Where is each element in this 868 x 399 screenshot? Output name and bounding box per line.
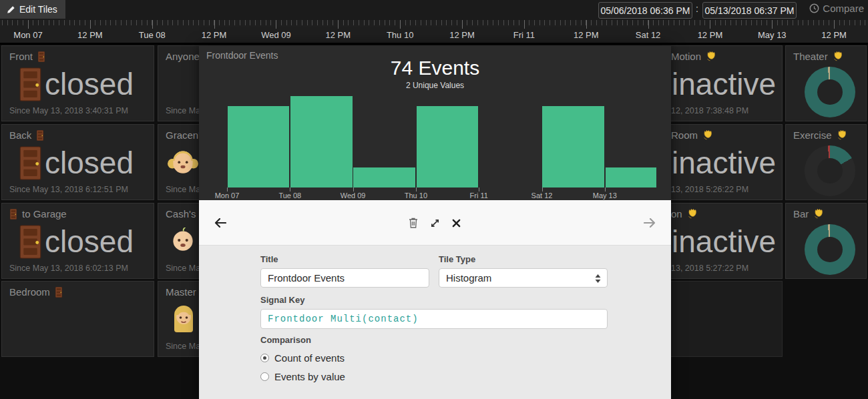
top-bar: Edit Tiles 05/06/2018 06:36 PM : 05/13/2… — [0, 0, 868, 20]
ruler-major-tick — [338, 20, 339, 29]
pencil-icon — [7, 5, 15, 14]
expand-icon-button[interactable] — [428, 216, 441, 230]
tile-since: Since May 13, 2018 3:40:31 PM — [9, 106, 128, 115]
tile-title: Front — [9, 51, 33, 62]
radio-count-label: Count of events — [274, 352, 345, 364]
histogram-bar — [228, 106, 290, 187]
comparison-label: Comparison — [260, 335, 311, 345]
radio-count-of-events[interactable]: Count of events — [260, 352, 345, 364]
compare-button[interactable]: Compare — [809, 3, 864, 14]
tile-edit-form: Title Tile Type Histogram Signal Key Com… — [199, 246, 671, 399]
histogram-axis-label: Thu 10 — [405, 191, 427, 200]
radio-events-by-value[interactable]: Events by value — [260, 371, 345, 382]
tile-title: Bedroom — [9, 286, 50, 298]
tile-value: inactive — [672, 143, 776, 182]
trash-icon-button[interactable] — [407, 216, 420, 230]
tile-garage-door[interactable]: to Garage closed Since May 13, 2018 6:02… — [1, 203, 154, 279]
ruler-label: 12 PM — [698, 30, 723, 40]
wave-icon — [687, 208, 698, 220]
tile-since: 13, 2018 5:27:22 PM — [671, 264, 748, 273]
select-spinner-icon — [595, 274, 601, 283]
dashboard-screen: Edit Tiles 05/06/2018 06:36 PM : 05/13/2… — [0, 0, 868, 399]
ruler-major-tick — [276, 20, 276, 29]
clock-icon — [809, 3, 819, 13]
ruler-major-tick — [214, 20, 215, 29]
events-count: 74 Events — [199, 57, 671, 79]
tile-title: Theater — [793, 51, 828, 62]
ruler-label: 12 PM — [449, 30, 475, 40]
ruler-label: 12 PM — [574, 30, 599, 40]
ruler-major-tick — [400, 20, 401, 29]
title-label: Title — [260, 254, 278, 264]
tile-title: Exercise — [793, 129, 832, 141]
tile-bar-motion[interactable]: Bar — [785, 203, 867, 279]
tile-type-label: Tile Type — [439, 254, 475, 264]
tile-title: Back — [9, 129, 31, 141]
forward-arrow-button[interactable] — [643, 216, 656, 230]
door-icon — [36, 130, 44, 141]
ruler-label: Wed 09 — [261, 30, 291, 40]
tile-type-select[interactable]: Histogram — [439, 268, 608, 288]
tile-since: Since May 13, 2018 6:12:51 PM — [9, 185, 128, 194]
date-range-separator: : — [696, 3, 698, 14]
ruler-major-tick — [834, 20, 835, 29]
tile-back-door[interactable]: Back closed Since May 13, 2018 6:12:51 P… — [1, 124, 154, 200]
edit-tiles-button[interactable]: Edit Tiles — [0, 0, 65, 19]
radio-selected-icon[interactable] — [260, 354, 269, 362]
histogram-bar — [606, 167, 656, 187]
ruler-major-tick — [710, 20, 710, 29]
bar-donut-chart — [805, 224, 855, 275]
tile-front-door[interactable]: Front closed Since May 13, 2018 3:40:31 … — [1, 45, 154, 121]
tile-exercise-motion[interactable]: Exercise — [785, 124, 867, 200]
histogram-axis-label: Wed 09 — [341, 191, 366, 200]
ruler-major-tick — [28, 20, 29, 29]
wave-icon — [702, 129, 714, 141]
histogram-panel: Frontdoor Events 74 Events 2 Unique Valu… — [199, 45, 671, 200]
events-unique-values: 2 Unique Values — [199, 81, 671, 90]
histogram-bar — [353, 167, 415, 187]
baby-icon — [168, 224, 198, 254]
ruler-label: Sat 12 — [636, 30, 661, 40]
tile-title: to Garage — [22, 208, 67, 220]
ruler-major-tick — [586, 20, 587, 29]
signal-key-label: Signal Key — [260, 295, 304, 305]
histogram-axis-label: Sat 12 — [531, 191, 553, 200]
histogram-axis-label: Fri 11 — [470, 191, 488, 200]
ruler-label: 12 PM — [202, 30, 227, 40]
tile-title: Motion — [671, 51, 701, 62]
ruler-major-tick — [90, 20, 91, 29]
girl-icon — [168, 145, 198, 175]
radio-unselected-icon[interactable] — [260, 372, 269, 381]
histogram-bar — [417, 106, 479, 187]
tile-theater-motion[interactable]: Theater — [785, 45, 867, 121]
histogram-bar — [542, 106, 604, 187]
title-input[interactable] — [260, 268, 429, 288]
ruler-label: 12 PM — [77, 30, 103, 40]
edit-tiles-label: Edit Tiles — [19, 4, 57, 15]
ruler-label: Tue 08 — [139, 30, 166, 40]
woman-icon — [168, 302, 200, 335]
door-icon — [55, 287, 63, 298]
signal-key-input[interactable] — [260, 309, 608, 329]
wave-icon — [833, 51, 844, 62]
close-icon-button[interactable] — [449, 216, 463, 230]
date-start-input[interactable]: 05/06/2018 06:36 PM — [598, 2, 692, 19]
tile-since: 13, 2018 5:26:22 PM — [671, 185, 748, 194]
histogram-bar — [290, 96, 353, 187]
door-icon — [19, 67, 41, 101]
wave-icon — [706, 51, 717, 62]
tile-value: closed — [45, 65, 134, 103]
tile-value: closed — [45, 143, 134, 182]
date-end-input[interactable]: 05/13/2018 06:37 PM — [702, 2, 797, 19]
ruler-label: Mon 07 — [13, 30, 42, 40]
tile-detail-modal: Frontdoor Events 74 Events 2 Unique Valu… — [199, 45, 671, 399]
back-arrow-button[interactable] — [214, 216, 227, 230]
ruler-label: Fri 11 — [513, 30, 535, 40]
histogram-axis-label: Tue 08 — [278, 191, 301, 200]
tile-type-value: Histogram — [446, 272, 491, 284]
timeline-ruler[interactable]: Mon 0712 PMTue 0812 PMWed 0912 PMThu 101… — [0, 20, 868, 45]
histogram-axis-label: May 13 — [593, 191, 617, 200]
tile-bedroom-door[interactable]: Bedroom — [1, 281, 154, 357]
tile-since: 12, 2018 7:38:48 PM — [671, 106, 748, 115]
ruler-major-tick — [152, 20, 153, 29]
